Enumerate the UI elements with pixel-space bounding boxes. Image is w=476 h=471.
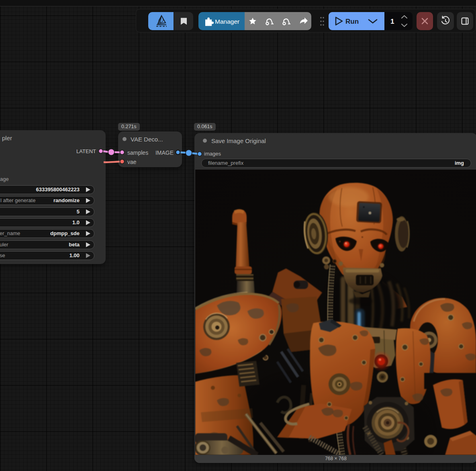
svg-text:1: 1 bbox=[390, 18, 394, 25]
svg-text:Manager: Manager bbox=[215, 18, 239, 25]
svg-text:Run: Run bbox=[345, 18, 359, 25]
